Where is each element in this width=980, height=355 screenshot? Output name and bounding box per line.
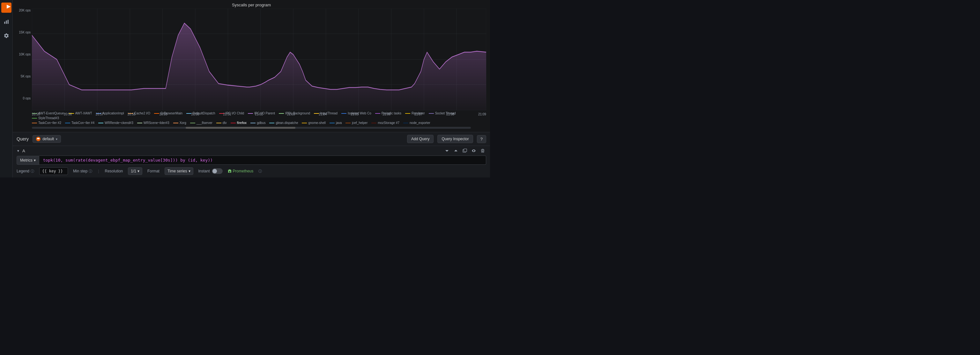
x-axis: 20:55 20:56 20:57 20:58 20:59 21:00 21:0…	[32, 111, 486, 117]
legend-item[interactable]: WRRende~ckend#3	[98, 121, 134, 125]
x-label: 21:02	[255, 113, 263, 117]
legend-item-label: gdbus	[257, 121, 266, 125]
sidebar-icon-settings[interactable]	[1, 30, 11, 41]
legend-item-label: TaskCon~ller #2	[38, 121, 61, 125]
x-label: 21:06	[382, 113, 390, 117]
legend-item[interactable]: gnome-shell	[302, 121, 325, 125]
resolution-value: 1/1	[131, 169, 136, 173]
legend-item[interactable]: dlv	[216, 121, 227, 125]
add-query-button[interactable]: Add Query	[407, 135, 434, 143]
min-step-label: Min step ⓘ	[73, 169, 92, 174]
legend-item[interactable]: WRScene~ilder#3	[137, 121, 169, 125]
instant-toggle[interactable]	[212, 168, 223, 174]
datasource-selector[interactable]: default ▾	[33, 135, 61, 143]
sidebar-icon-datasource[interactable]: ▶	[1, 3, 11, 13]
x-label: 21:07	[414, 113, 422, 117]
resolution-label: Resolution	[105, 169, 123, 173]
legend-item-label: ___8server	[197, 121, 212, 125]
y-label-0ops: 0 ops	[17, 97, 33, 100]
x-label: 21:08	[446, 113, 454, 117]
legend-item[interactable]: glean.dispatche	[269, 121, 298, 125]
query-code-input[interactable]	[39, 155, 486, 165]
move-down-button[interactable]	[444, 148, 450, 154]
sidebar-icon-chart[interactable]	[1, 17, 11, 27]
legend-item[interactable]: firefox	[231, 121, 247, 125]
legend-info-icon[interactable]: ⓘ	[30, 169, 34, 174]
hide-button[interactable]	[470, 148, 477, 154]
query-panel: Query default ▾ Add Query Query Inspecto…	[13, 132, 490, 178]
collapse-button[interactable]: ▼	[17, 149, 20, 153]
x-label: 21:03	[287, 113, 295, 117]
move-up-button[interactable]	[452, 148, 460, 154]
legend-item[interactable]: java	[329, 121, 342, 125]
resolution-select[interactable]: 1/1 ▾	[128, 167, 142, 175]
delete-button[interactable]	[479, 148, 486, 154]
legend-item-label: TaskCon~ller #4	[72, 121, 94, 125]
legend-item[interactable]: ___8server	[190, 121, 212, 125]
min-step-info-icon[interactable]: ⓘ	[89, 169, 92, 174]
instant-toggle-wrap: Instant	[199, 168, 223, 174]
legend-item[interactable]: jcef_helper	[345, 121, 368, 125]
resolution-chevron-icon: ▾	[137, 169, 139, 173]
x-label: 20:57	[96, 113, 104, 117]
prometheus-label: Prometheus	[233, 169, 254, 173]
metrics-button[interactable]: Metrics ▾	[17, 156, 39, 165]
svg-point-25	[37, 138, 40, 139]
prometheus-info-icon[interactable]: ⓘ	[258, 169, 262, 174]
query-input-row: Metrics ▾	[17, 155, 486, 165]
query-row-a: ▼ A	[13, 146, 490, 178]
legend-item-label: node_exporter	[410, 121, 430, 125]
legend-item-label: WRRende~ckend#3	[105, 121, 134, 125]
x-label: 20:58	[127, 113, 135, 117]
chart-title: Syscalls per program	[13, 0, 490, 9]
query-id-label: A	[22, 149, 25, 153]
svg-rect-1	[4, 22, 5, 24]
prometheus-link[interactable]: Prometheus	[228, 169, 254, 173]
legend-item[interactable]: mozStorage #7	[371, 121, 399, 125]
legend-item[interactable]: gdbus	[250, 121, 266, 125]
help-button[interactable]: ?	[477, 135, 486, 143]
svg-marker-24	[32, 23, 486, 110]
query-options-row: Legend ⓘ Min step ⓘ | Resolution 1/1 ▾ F	[17, 166, 486, 176]
legend-item[interactable]: node_exporter	[403, 121, 430, 125]
datasource-dot	[36, 137, 40, 141]
format-value: Time series	[167, 169, 187, 173]
instant-label: Instant	[199, 169, 210, 173]
x-label: 21:00	[191, 113, 199, 117]
legend-input[interactable]	[39, 167, 68, 175]
chevron-down-icon: ▾	[56, 137, 57, 141]
legend-item-label: gnome-shell	[308, 121, 325, 125]
query-row-header: ▼ A	[17, 148, 486, 154]
query-label: Query	[17, 136, 29, 141]
legend-item[interactable]: TaskCon~ller #4	[65, 121, 94, 125]
chart-scrollbar[interactable]	[13, 126, 490, 130]
legend-item-label: mozStorage #7	[378, 121, 399, 125]
x-label: 21:01	[223, 113, 231, 117]
datasource-name: default	[43, 137, 54, 141]
y-label-10kops: 10K ops	[17, 52, 33, 56]
duplicate-button[interactable]	[461, 148, 468, 154]
legend-item[interactable]: TaskCon~ller #2	[32, 121, 61, 125]
x-label: 21:09	[478, 113, 486, 117]
y-axis: 0 ops 5K ops 10K ops 15K ops 20K ops	[17, 9, 33, 101]
metrics-label: Metrics	[20, 158, 33, 163]
format-chevron-icon: ▾	[189, 169, 191, 173]
legend-item[interactable]: Xorg	[173, 121, 186, 125]
legend-item-label: glean.dispatche	[275, 121, 298, 125]
legend-label: Legend ⓘ	[17, 169, 34, 174]
y-label-5kops: 5K ops	[17, 74, 33, 78]
format-select[interactable]: Time series ▾	[165, 167, 193, 175]
query-header: Query default ▾ Add Query Query Inspecto…	[13, 132, 490, 146]
legend-item-label: dlv	[223, 121, 227, 125]
query-inspector-button[interactable]: Query Inspector	[438, 135, 473, 143]
metrics-chevron-icon: ▾	[34, 158, 36, 163]
legend-item-label: firefox	[237, 121, 247, 125]
x-label: 20:56	[64, 113, 72, 117]
y-label-20kops: 20K ops	[17, 9, 33, 12]
legend-item-label: WRScene~ilder#3	[143, 121, 169, 125]
query-row-actions	[444, 148, 486, 154]
format-label: Format	[147, 169, 159, 173]
svg-rect-2	[6, 21, 7, 24]
svg-rect-27	[464, 149, 467, 152]
x-label: 21:05	[351, 113, 359, 117]
